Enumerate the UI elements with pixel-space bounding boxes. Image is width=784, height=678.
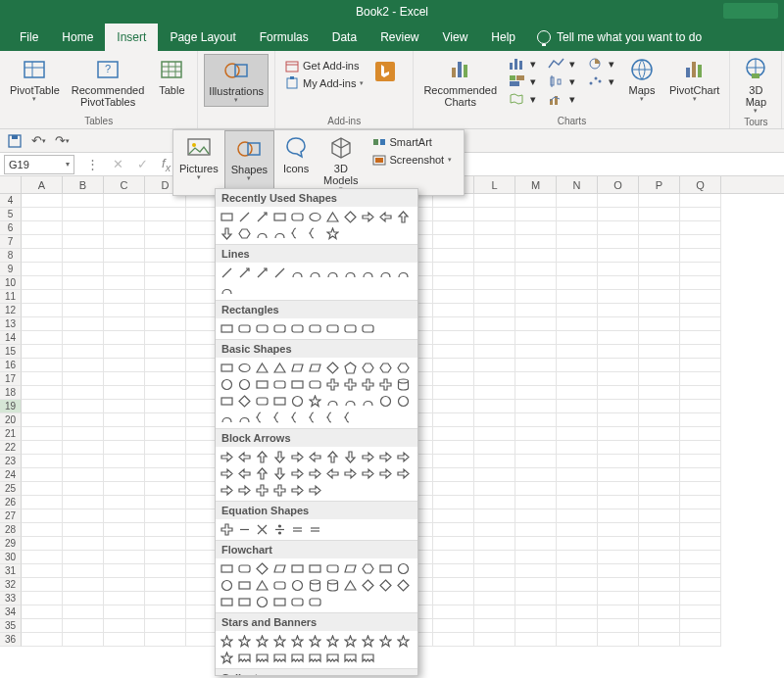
undo-button[interactable]: ↶▾ <box>29 132 47 150</box>
shape-cyl[interactable] <box>325 578 340 593</box>
shape-curve[interactable] <box>378 266 393 280</box>
cell[interactable] <box>104 345 145 359</box>
cell[interactable] <box>145 208 186 221</box>
icons-button[interactable]: Icons <box>274 130 318 195</box>
shape-curve[interactable] <box>343 394 358 409</box>
cell[interactable] <box>474 221 515 235</box>
cell[interactable] <box>557 235 598 249</box>
shape-banner[interactable] <box>272 651 287 665</box>
cell[interactable] <box>104 482 145 496</box>
cell[interactable] <box>104 249 145 263</box>
cell[interactable] <box>515 359 557 372</box>
cell[interactable] <box>104 290 145 304</box>
row-header[interactable]: 5 <box>0 208 22 221</box>
cell[interactable] <box>598 537 639 551</box>
shape-curve[interactable] <box>361 266 375 280</box>
cell[interactable] <box>145 468 186 482</box>
cell[interactable] <box>680 605 721 619</box>
shape-curve[interactable] <box>220 282 234 297</box>
cell[interactable] <box>474 235 515 249</box>
shape-arrU[interactable] <box>325 450 340 464</box>
enter-formula-button[interactable]: ✓ <box>133 157 152 171</box>
cell[interactable] <box>63 619 104 633</box>
shape-arrR[interactable] <box>361 466 375 481</box>
column-header[interactable]: B <box>63 176 104 193</box>
cell[interactable] <box>22 194 63 208</box>
shape-star[interactable] <box>308 394 322 409</box>
cell[interactable] <box>557 372 598 386</box>
cell[interactable] <box>639 304 680 317</box>
cell[interactable] <box>515 551 557 564</box>
shape-arrL[interactable] <box>237 450 252 464</box>
cell[interactable] <box>145 551 186 564</box>
shape-star[interactable] <box>220 634 234 649</box>
shape-brace[interactable] <box>308 226 322 241</box>
cell[interactable] <box>104 413 145 427</box>
shape-arrR[interactable] <box>237 483 252 498</box>
shape-star[interactable] <box>290 634 305 649</box>
shape-brace[interactable] <box>343 411 358 425</box>
cell[interactable] <box>680 537 721 551</box>
shape-curve[interactable] <box>308 266 322 280</box>
cell[interactable] <box>515 345 557 359</box>
shape-arrR[interactable] <box>361 450 375 464</box>
cell[interactable] <box>515 331 557 345</box>
row-header[interactable]: 25 <box>0 482 22 496</box>
bing-button[interactable] <box>371 54 407 92</box>
cell[interactable] <box>639 441 680 455</box>
cell[interactable] <box>598 345 639 359</box>
shape-oval[interactable] <box>237 361 252 375</box>
cell[interactable] <box>63 208 104 221</box>
cell[interactable] <box>639 263 680 276</box>
cell[interactable] <box>639 331 680 345</box>
shape-rect[interactable] <box>378 561 393 576</box>
cell[interactable] <box>474 455 515 468</box>
shape-rect[interactable] <box>220 394 234 409</box>
shape-rrect[interactable] <box>237 321 252 336</box>
shape-star[interactable] <box>343 634 358 649</box>
shape-cyl[interactable] <box>396 377 411 392</box>
cell[interactable] <box>433 509 474 523</box>
shape-rect[interactable] <box>237 578 252 593</box>
cell[interactable] <box>639 427 680 441</box>
cell[interactable] <box>145 221 186 235</box>
cell[interactable] <box>63 441 104 455</box>
shape-curve[interactable] <box>343 266 358 280</box>
tab-view[interactable]: View <box>431 24 480 51</box>
cell[interactable] <box>474 290 515 304</box>
shape-rrect[interactable] <box>308 321 322 336</box>
name-box[interactable]: G19 <box>4 155 74 174</box>
cell[interactable] <box>433 537 474 551</box>
cell[interactable] <box>63 605 104 619</box>
cell[interactable] <box>515 400 557 413</box>
shape-rrect[interactable] <box>325 561 340 576</box>
table-button[interactable]: Table <box>152 54 191 98</box>
shape-circle[interactable] <box>255 595 270 609</box>
cell[interactable] <box>474 263 515 276</box>
cell[interactable] <box>598 509 639 523</box>
cell[interactable] <box>63 468 104 482</box>
cell[interactable] <box>104 386 145 400</box>
shape-star[interactable] <box>361 634 375 649</box>
shape-circle[interactable] <box>290 394 305 409</box>
cell[interactable] <box>145 496 186 509</box>
shape-rrect[interactable] <box>272 578 287 593</box>
cell[interactable] <box>680 221 721 235</box>
cell[interactable] <box>515 619 557 633</box>
shape-rrect[interactable] <box>272 321 287 336</box>
tab-home[interactable]: Home <box>50 24 105 51</box>
cell[interactable] <box>145 304 186 317</box>
shape-arrR[interactable] <box>220 450 234 464</box>
cell[interactable] <box>598 441 639 455</box>
row-header[interactable]: 23 <box>0 455 22 468</box>
cell[interactable] <box>63 317 104 331</box>
cell[interactable] <box>639 605 680 619</box>
cell[interactable] <box>557 413 598 427</box>
cell[interactable] <box>680 551 721 564</box>
cell[interactable] <box>63 592 104 605</box>
cell[interactable] <box>557 386 598 400</box>
cell[interactable] <box>515 537 557 551</box>
shape-star[interactable] <box>220 651 234 665</box>
cell[interactable] <box>557 537 598 551</box>
cell[interactable] <box>63 413 104 427</box>
